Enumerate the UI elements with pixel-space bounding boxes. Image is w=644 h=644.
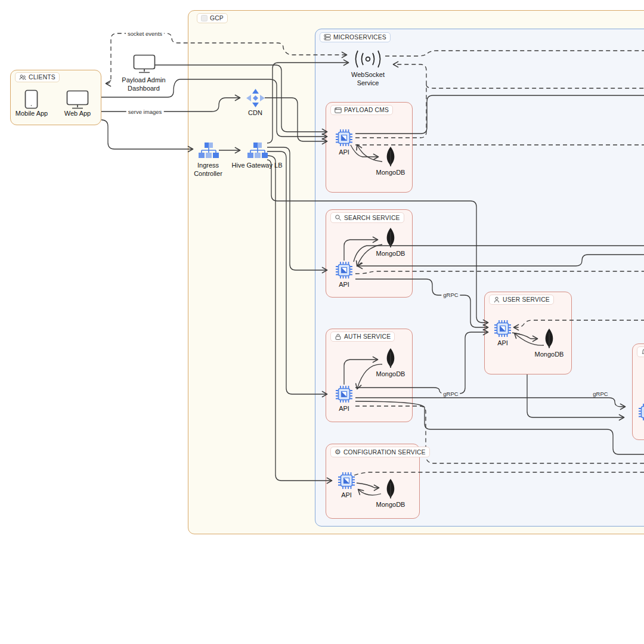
connection-edges [0, 0, 644, 644]
gcp-label: GCP [197, 13, 228, 23]
grpc-search-user-edge-label: gRPC [441, 292, 460, 298]
payload-admin-dashboard-label: Payload Admin Dashboard [116, 76, 172, 93]
payload-api-label: API [332, 148, 356, 157]
edge-user-mongodb-api [515, 333, 544, 345]
ingress-controller-icon [198, 142, 219, 160]
edge-payload-right-events [355, 95, 644, 134]
payload-mongodb-label: MongoDB [370, 169, 411, 177]
ingress-controller-label: Ingress Controller [187, 162, 230, 178]
websocket-service-icon [351, 49, 385, 69]
cdn-icon [246, 88, 265, 108]
bell-icon [641, 348, 644, 355]
lock-icon [335, 333, 342, 340]
user-service-label: USER SERVICE [489, 295, 554, 305]
clients-label: CLIENTS [15, 72, 60, 82]
auth-api-icon [335, 385, 353, 403]
person-icon [493, 296, 500, 303]
mobile-app-icon [24, 89, 38, 109]
search-mongodb-label: MongoDB [370, 250, 411, 258]
search-api-label: API [332, 281, 356, 289]
edge-gateway-config-api [267, 156, 332, 481]
web-app-label: Web App [57, 110, 98, 118]
search-service-label: SEARCH SERVICE [330, 212, 404, 223]
edge-clients-cdn-serve-images [101, 98, 240, 112]
config-mongodb-label: MongoDB [370, 501, 411, 509]
edge-clients-ingress [101, 120, 193, 149]
search-mongodb-icon [383, 227, 398, 249]
architecture-diagram: GCP CLIENTS MICROSERVICES PAYLOAD CMS SE… [0, 0, 644, 644]
microservices-label-text: MICROSERVICES [333, 34, 386, 41]
user-api-icon [494, 320, 512, 338]
edge-right-user-dashed [514, 320, 644, 327]
hive-gateway-lb-label: Hive Gateway LB [231, 162, 283, 170]
edge-payload-mongodb-api [357, 145, 382, 162]
user-api-label: API [491, 339, 515, 348]
web-app-icon [66, 90, 89, 109]
edge-config-mongodb-api [358, 490, 381, 495]
auth-service-label: AUTH SERVICE [330, 332, 395, 342]
auth-mongodb-icon [383, 348, 398, 369]
edge-cdn-payload-api [265, 98, 327, 141]
config-mongodb-icon [383, 478, 398, 500]
user-mongodb-icon [542, 328, 556, 349]
edge-config-right-dashed [354, 472, 644, 475]
auth-api-label: API [332, 405, 356, 413]
edge-config-api-mongodb [357, 483, 379, 488]
clients-label-text: CLIENTS [29, 74, 55, 80]
grpc-auth-user-edge-label: gRPC [441, 391, 460, 397]
payload-cms-label-text: PAYLOAD CMS [344, 107, 389, 113]
config-api-icon [338, 472, 355, 490]
edge-websocket-right-dashed [385, 51, 644, 56]
user-mongodb-label: MongoDB [528, 351, 570, 359]
microservices-label: MICROSERVICES [320, 32, 391, 42]
edge-search-right-dashed [355, 271, 644, 274]
notification-service-label [637, 346, 644, 357]
edge-search-user-grpc [355, 279, 488, 327]
browser-icon [335, 107, 342, 113]
payload-mongodb-icon [383, 146, 398, 168]
payload-admin-dashboard-icon [133, 54, 156, 73]
configuration-service-label-text: CONFIGURATION SERVICE [343, 449, 426, 456]
gcp-icon [201, 15, 208, 21]
cdn-label: CDN [240, 109, 270, 117]
socket-events-edge-label: socket events [126, 30, 164, 37]
edge-user-api-mongodb [512, 333, 537, 339]
payload-cms-label: PAYLOAD CMS [330, 105, 393, 115]
hive-gateway-lb-icon [247, 142, 268, 160]
search-api-icon [335, 261, 353, 279]
server-icon [324, 34, 331, 41]
edge-right-dashed-mid [426, 85, 644, 88]
edge-gateway-auth-api [267, 151, 327, 394]
user-service-label-text: USER SERVICE [503, 296, 550, 303]
config-api-label: API [335, 491, 358, 500]
payload-api-icon [335, 129, 353, 147]
auth-service-label-text: AUTH SERVICE [344, 333, 391, 340]
people-icon [19, 74, 26, 80]
mobile-app-label: Mobile App [11, 110, 52, 118]
edge-dashboard-payload-api [154, 65, 327, 132]
auth-mongodb-label: MongoDB [370, 370, 411, 379]
notification-api-icon [638, 403, 644, 421]
search-service-label-text: SEARCH SERVICE [344, 215, 400, 221]
grpc-notification-edge-label: gRPC [591, 391, 609, 397]
gear-icon: ⚙ [335, 448, 341, 456]
websocket-service-label: WebSocket Service [346, 71, 390, 88]
configuration-service-label: ⚙ CONFIGURATION SERVICE [330, 447, 430, 457]
gcp-label-text: GCP [210, 15, 224, 21]
edge-gateway-user-api [267, 160, 488, 323]
search-icon [335, 214, 342, 221]
serve-images-edge-label: serve images [126, 109, 164, 115]
